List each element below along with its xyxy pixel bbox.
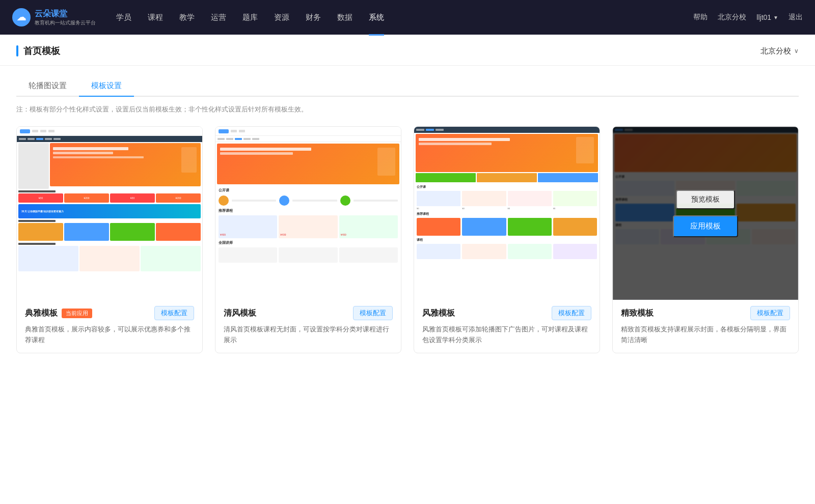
- tab-carousel[interactable]: 轮播图设置: [16, 76, 79, 97]
- logo[interactable]: ☁ 云朵课堂 教育机构一站式服务云平台: [12, 8, 96, 26]
- logo-text: 云朵课堂 教育机构一站式服务云平台: [35, 8, 96, 26]
- config-btn-2[interactable]: 模板配置: [353, 306, 393, 320]
- navbar: ☁ 云朵课堂 教育机构一站式服务云平台 学员 课程 教学 运营 题库 资源 财务…: [0, 0, 815, 35]
- page-title: 首页模板: [23, 45, 60, 57]
- config-btn-1[interactable]: 模板配置: [154, 306, 194, 320]
- logout-link[interactable]: 退出: [789, 13, 803, 22]
- nav-operations[interactable]: 运营: [211, 11, 226, 24]
- config-btn-4[interactable]: 模板配置: [750, 306, 790, 320]
- template-card-1: ¥30 ¥200 ¥30 ¥200 30天 让你摆脱平庸 知识使你更有魅力: [16, 126, 203, 353]
- page-container: 首页模板 北京分校 ∨ 轮播图设置 模板设置 注：模板有部分个性化样式设置，设置…: [0, 35, 815, 504]
- template-name-4: 精致模板: [621, 308, 654, 319]
- template-name-1: 典雅模板: [25, 308, 58, 319]
- logo-icon: ☁: [12, 8, 31, 26]
- apply-template-btn[interactable]: 应用模板: [673, 215, 738, 237]
- preview-template-btn[interactable]: 预览模板: [676, 190, 735, 209]
- template-name-wrap-1: 典雅模板 当前应用: [25, 308, 92, 319]
- logo-sub: 教育机构一站式服务云平台: [35, 19, 96, 26]
- nav-courses[interactable]: 课程: [148, 11, 163, 24]
- nav-data[interactable]: 数据: [337, 11, 352, 24]
- template-name-wrap-4: 精致模板: [621, 308, 654, 319]
- template-preview-1: ¥30 ¥200 ¥30 ¥200 30天 让你摆脱平庸 知识使你更有魅力: [17, 127, 202, 300]
- branch-name: 北京分校: [760, 46, 791, 56]
- note-wrap: 注：模板有部分个性化样式设置，设置后仅当前模板生效；非个性化样式设置后针对所有模…: [0, 97, 815, 122]
- branch-link[interactable]: 北京分校: [718, 13, 746, 22]
- nav-questions[interactable]: 题库: [242, 11, 258, 24]
- config-btn-3[interactable]: 模板配置: [552, 306, 591, 320]
- template-name-wrap-3: 风雅模板: [422, 308, 455, 319]
- nav-finance[interactable]: 财务: [306, 11, 321, 24]
- template-desc-3: 风雅首页模板可添加轮播图下广告图片，可对课程及课程包设置学科分类展示: [422, 324, 591, 346]
- nav-system[interactable]: 系统: [369, 11, 384, 24]
- note-text: 注：模板有部分个性化样式设置，设置后仅当前模板生效；非个性化样式设置后针对所有模…: [16, 105, 308, 113]
- template-name-3: 风雅模板: [422, 308, 455, 319]
- template-preview-3: 公开课 ¥0 ¥0 ¥0 ¥0 推荐课程: [414, 127, 600, 300]
- template-name-wrap-2: 清风模板: [224, 308, 256, 319]
- tabs: 轮播图设置 模板设置: [16, 76, 799, 97]
- page-header: 首页模板 北京分校 ∨: [0, 35, 815, 66]
- current-badge-1: 当前应用: [62, 309, 92, 318]
- branch-selector[interactable]: 北京分校 ∨: [760, 46, 799, 56]
- nav-teaching[interactable]: 教学: [179, 11, 195, 24]
- template-footer-1: 典雅模板 当前应用 模板配置 典雅首页模板，展示内容较多，可以展示优惠券和多个推…: [17, 300, 202, 353]
- template-preview-4: 公开课 推荐课程 课程: [613, 127, 798, 300]
- logo-brand: 云朵课堂: [35, 8, 96, 19]
- template-footer-2: 清风模板 模板配置 清风首页模板课程无封面，可设置按学科分类对课程进行展示: [215, 300, 401, 353]
- branch-dropdown-arrow: ∨: [794, 47, 799, 54]
- template-desc-4: 精致首页模板支持课程展示封面，各模板分隔明显，界面简洁清晰: [621, 324, 790, 346]
- template-card-2: 公开课 推荐课程 ¥499: [215, 126, 401, 353]
- template-card-4: 公开课 推荐课程 课程: [612, 126, 799, 353]
- page-title-bar: [16, 45, 18, 57]
- template-footer-3: 风雅模板 模板配置 风雅首页模板可添加轮播图下广告图片，可对课程及课程包设置学科…: [414, 300, 600, 353]
- template-footer-4: 精致模板 模板配置 精致首页模板支持课程展示封面，各模板分隔明显，界面简洁清晰: [613, 300, 798, 353]
- username: lljt01: [756, 13, 771, 21]
- template-overlay-4: 预览模板 应用模板: [613, 127, 798, 300]
- template-card-3: 公开课 ¥0 ¥0 ¥0 ¥0 推荐课程: [414, 126, 600, 353]
- tabs-wrap: 轮播图设置 模板设置: [0, 66, 815, 97]
- template-desc-1: 典雅首页模板，展示内容较多，可以展示优惠券和多个推荐课程: [25, 324, 194, 346]
- template-grid: ¥30 ¥200 ¥30 ¥200 30天 让你摆脱平庸 知识使你更有魅力: [0, 122, 815, 374]
- template-desc-2: 清风首页模板课程无封面，可设置按学科分类对课程进行展示: [224, 324, 393, 346]
- help-link[interactable]: 帮助: [693, 13, 708, 22]
- user-dropdown[interactable]: lljt01 ▼: [756, 13, 778, 21]
- nav-resources[interactable]: 资源: [274, 11, 289, 24]
- nav-links: 学员 课程 教学 运营 题库 资源 财务 数据 系统: [116, 11, 693, 24]
- template-name-2: 清风模板: [224, 308, 256, 319]
- navbar-right: 帮助 北京分校 lljt01 ▼ 退出: [693, 13, 803, 22]
- user-dropdown-arrow: ▼: [773, 15, 778, 20]
- template-preview-2: 公开课 推荐课程 ¥499: [215, 127, 401, 300]
- tab-template[interactable]: 模板设置: [79, 76, 134, 97]
- nav-students[interactable]: 学员: [116, 11, 131, 24]
- page-title-wrap: 首页模板: [16, 45, 60, 57]
